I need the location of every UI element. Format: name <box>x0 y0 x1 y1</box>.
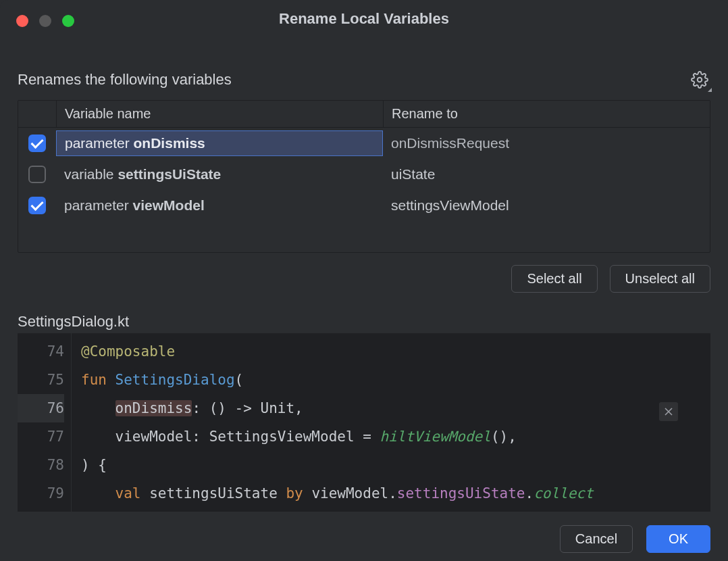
select-all-button[interactable]: Select all <box>511 265 597 293</box>
gear-icon <box>691 71 708 89</box>
variable-name: settingsUiState <box>118 166 221 182</box>
titlebar: Rename Local Variables <box>0 0 728 38</box>
code-line: @Composable <box>81 337 710 366</box>
unselect-all-button[interactable]: Unselect all <box>610 265 710 293</box>
variable-kind: variable <box>64 166 118 182</box>
line-number: 76 <box>18 394 64 422</box>
row-checkbox[interactable] <box>28 135 46 152</box>
variable-kind: parameter <box>64 197 133 213</box>
traffic-lights <box>16 15 74 27</box>
col-variable-name[interactable]: Variable name <box>56 101 383 127</box>
row-checkbox[interactable] <box>28 166 46 183</box>
window-close-icon[interactable] <box>16 15 28 27</box>
svg-point-0 <box>698 78 702 82</box>
code-line: viewModel: SettingsViewModel = hiltViewM… <box>81 422 710 451</box>
settings-button[interactable] <box>689 69 710 91</box>
close-icon <box>664 407 673 416</box>
variable-name-cell[interactable]: parameter viewModel <box>56 193 383 218</box>
line-gutter: 747576777879 <box>18 333 72 512</box>
rename-to-cell[interactable] <box>383 131 710 155</box>
line-number: 74 <box>18 337 64 366</box>
variable-name-cell[interactable]: variable settingsUiState <box>56 162 383 187</box>
rename-to-cell[interactable]: uiState <box>383 162 710 187</box>
row-checkbox-cell <box>18 162 56 187</box>
variable-name: onDismiss <box>134 135 205 151</box>
cancel-button[interactable]: Cancel <box>560 525 633 553</box>
rename-to-cell[interactable]: settingsViewModel <box>383 193 710 218</box>
code-line: onDismiss: () -> Unit, <box>81 394 710 422</box>
window-minimize-icon <box>39 15 51 27</box>
line-number: 77 <box>18 422 64 451</box>
code-line: ) { <box>81 451 710 479</box>
variables-table: Variable name Rename to parameter onDism… <box>18 100 710 253</box>
col-checkbox <box>18 109 56 120</box>
code-preview: 747576777879 @Composablefun SettingsDial… <box>18 333 710 512</box>
row-checkbox-cell <box>18 193 56 218</box>
filename-label: SettingsDialog.kt <box>18 293 710 333</box>
row-checkbox-cell <box>18 130 56 156</box>
subheader: Renames the following variables <box>18 71 232 89</box>
table-row[interactable]: parameter viewModelsettingsViewModel <box>18 190 710 221</box>
variable-name-cell[interactable]: parameter onDismiss <box>56 130 383 156</box>
table-row[interactable]: parameter onDismiss <box>18 128 710 159</box>
code-line: fun SettingsDialog( <box>81 366 710 394</box>
window-maximize-icon[interactable] <box>62 15 74 27</box>
variable-name: viewModel <box>133 197 205 213</box>
variable-kind: parameter <box>65 135 134 151</box>
close-preview-button[interactable] <box>659 402 678 421</box>
code-body[interactable]: @Composablefun SettingsDialog( onDismiss… <box>72 333 710 512</box>
window-title: Rename Local Variables <box>0 10 728 28</box>
menu-indicator-icon <box>708 88 712 92</box>
col-rename-to[interactable]: Rename to <box>383 101 710 127</box>
row-checkbox[interactable] <box>28 197 46 214</box>
code-line: val settingsUiState by viewModel.setting… <box>81 479 710 508</box>
line-number: 78 <box>18 451 64 479</box>
table-row[interactable]: variable settingsUiStateuiState <box>18 159 710 190</box>
line-number: 79 <box>18 479 64 508</box>
table-footer-spacer <box>18 221 710 252</box>
rename-input[interactable] <box>391 135 702 151</box>
table-header: Variable name Rename to <box>18 101 710 128</box>
line-number: 75 <box>18 366 64 394</box>
ok-button[interactable]: OK <box>646 525 710 553</box>
